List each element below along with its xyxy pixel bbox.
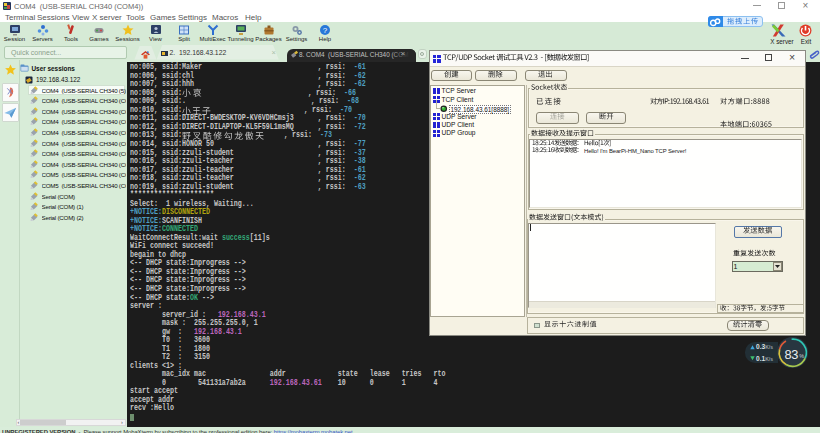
svg-text:?: ?: [323, 25, 328, 34]
svg-text:83: 83: [784, 347, 798, 362]
svg-text:%: %: [799, 352, 804, 358]
